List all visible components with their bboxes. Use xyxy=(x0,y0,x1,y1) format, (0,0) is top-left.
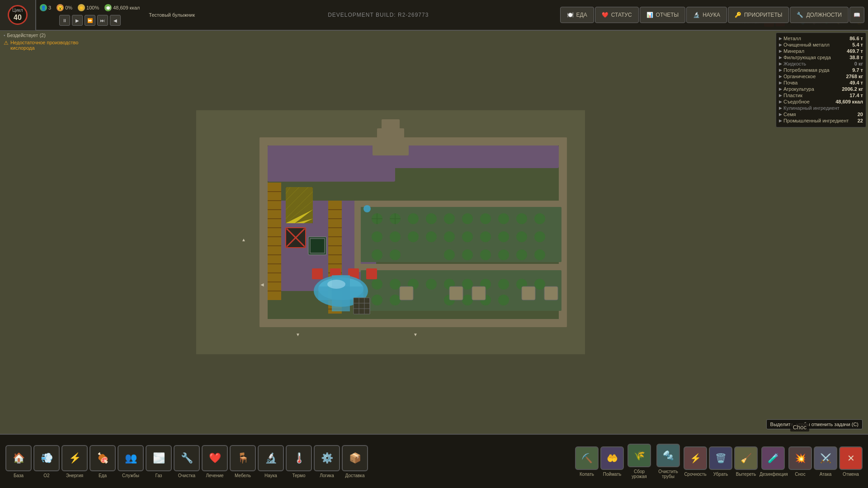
resource-item[interactable]: ▶ Почва 49.4 т xyxy=(779,80,863,85)
action-tool-icon[interactable]: 🔩 xyxy=(656,444,680,467)
nav-status[interactable]: ❤️ СТАТУС xyxy=(595,7,639,23)
nav-food[interactable]: 🍽️ ЕДА xyxy=(560,7,594,23)
build-tool-icon[interactable]: 🌡️ xyxy=(286,445,312,471)
action-tool-icon[interactable]: 🤲 xyxy=(600,446,624,470)
action-tool-2[interactable]: 🌾 Сбор урожая xyxy=(626,444,653,479)
action-tool-3[interactable]: 🔩 Очистить трубы xyxy=(655,444,682,479)
skip-button[interactable]: ⏭ xyxy=(97,15,108,26)
action-tool-5[interactable]: 🗑️ Убрать xyxy=(709,446,732,477)
build-tool-icon[interactable]: 🍖 xyxy=(90,445,116,471)
resource-item[interactable]: ▶ Органическое 2768 кг xyxy=(779,74,863,79)
resource-item[interactable]: ▶ Потребляемая руда 9.7 т xyxy=(779,67,863,73)
resource-value: 0 кг xyxy=(854,61,863,66)
people-icon: 👤 xyxy=(40,4,47,11)
resource-value: 17.4 т xyxy=(849,93,863,98)
resource-item[interactable]: ▶ Агрокультура 2006.2 кг xyxy=(779,86,863,92)
action-tool-8[interactable]: 💥 Снос xyxy=(788,446,812,477)
action-tool-icon[interactable]: ⛏️ xyxy=(575,446,599,470)
resource-item[interactable]: ▶ Семя 20 xyxy=(779,112,863,117)
svg-point-19 xyxy=(408,213,419,224)
svg-rect-15 xyxy=(354,201,361,272)
cycle-number: 40 xyxy=(14,13,22,22)
colony-name: Тестовый булыжник xyxy=(143,12,200,18)
action-tool-icon[interactable]: 🗑️ xyxy=(709,446,732,470)
action-tool-4[interactable]: ⚡ Срочность xyxy=(684,446,707,477)
svg-point-57 xyxy=(498,279,509,290)
svg-point-37 xyxy=(372,249,382,260)
build-tool-icon[interactable]: 🔬 xyxy=(258,445,284,471)
build-tool-icon[interactable]: ❤️ xyxy=(202,445,228,471)
action-tool-icon[interactable]: ⚔️ xyxy=(814,446,837,470)
resource-item[interactable]: ▶ Металл 86.6 т xyxy=(779,36,863,41)
resource-item[interactable]: ▶ Очищенный металл 5.4 т xyxy=(779,42,863,47)
resource-name: ▶ Потребляемая руда xyxy=(779,67,830,73)
action-tool-7[interactable]: 🧪 Дезинфекция xyxy=(760,446,787,477)
action-tool-icon[interactable]: 💥 xyxy=(788,446,812,470)
nav-book[interactable]: 📖 xyxy=(849,7,864,23)
build-tool-icon[interactable]: 🏠 xyxy=(5,445,32,471)
action-tool-icon[interactable]: 🧪 xyxy=(761,446,785,470)
notif-warning[interactable]: ⚠ Недостаточное производство кислорода xyxy=(4,40,103,51)
action-tool-icon[interactable]: ⚡ xyxy=(684,446,707,470)
action-tool-icon[interactable]: 🧹 xyxy=(734,446,758,470)
resource-item[interactable]: ▶ Жидкость 0 кг xyxy=(779,61,863,66)
build-tool-газ[interactable]: 🌫️ Газ xyxy=(146,445,172,478)
build-tool-icon[interactable]: 🔧 xyxy=(174,445,200,471)
resource-name: ▶ Минерал xyxy=(779,48,804,54)
svg-point-60 xyxy=(372,295,382,305)
svg-point-53 xyxy=(426,279,437,290)
action-tool-0[interactable]: ⛏️ Копать xyxy=(575,446,599,477)
action-tool-9[interactable]: ⚔️ Атака xyxy=(814,446,837,477)
build-tool-icon[interactable]: 🌫️ xyxy=(146,445,172,471)
nav-duties[interactable]: 🔧 ДОЛЖНОСТИ xyxy=(790,7,849,23)
svg-text:◄: ◄ xyxy=(259,282,265,288)
fast-forward-button[interactable]: ⏩ xyxy=(85,15,95,26)
map-canvas[interactable]: ◄ ▲ ▼ ▼ xyxy=(0,31,868,434)
build-tool-доставка[interactable]: 📦 Доставка xyxy=(342,445,368,478)
build-tool-наука[interactable]: 🔬 Наука xyxy=(258,445,284,478)
action-tool-icon[interactable]: ✕ xyxy=(839,446,863,470)
resource-item[interactable]: ▶ Пластик 17.4 т xyxy=(779,93,863,98)
svg-text:▼: ▼ xyxy=(296,332,300,337)
action-tool-10[interactable]: ✕ Отмена xyxy=(839,446,863,477)
build-tool-службы[interactable]: 👥 Службы xyxy=(118,445,144,478)
nav-science[interactable]: 🔬 НАУКА xyxy=(686,7,727,23)
svg-point-30 xyxy=(426,231,437,242)
build-tool-логика[interactable]: ⚙️ Логика xyxy=(314,445,340,478)
action-tool-6[interactable]: 🧹 Вытереть xyxy=(734,446,758,477)
build-tool-термо[interactable]: 🌡️ Термо xyxy=(286,445,312,478)
resource-name: ▶ Почва xyxy=(779,80,797,85)
play-button[interactable]: ▶ xyxy=(72,15,83,26)
science-nav-icon: 🔬 xyxy=(693,12,700,18)
build-tool-мебель[interactable]: 🪑 Мебель xyxy=(230,445,256,478)
build-tool-база[interactable]: 🏠 База xyxy=(5,445,32,478)
pause-button[interactable]: ⏸ xyxy=(59,15,70,26)
resource-name: ▶ Кулинарный ингредиент xyxy=(779,105,840,111)
build-tool-icon[interactable]: 📦 xyxy=(342,445,368,471)
settings-button[interactable]: ◀ xyxy=(110,15,121,26)
status-nav-icon: ❤️ xyxy=(602,12,609,18)
build-tool-энергия[interactable]: ⚡ Энергия xyxy=(61,445,88,478)
game-world[interactable]: ◄ ▲ ▼ ▼ xyxy=(0,31,868,434)
build-tool-лечение[interactable]: ❤️ Лечение xyxy=(202,445,228,478)
action-tools: ⛏️ Копать 🤲 Поймать 🌾 Сбор урожая 🔩 Очис… xyxy=(570,444,868,479)
svg-rect-123 xyxy=(472,286,486,300)
svg-rect-121 xyxy=(400,286,413,300)
build-tool-icon[interactable]: 💨 xyxy=(33,445,60,471)
resource-item[interactable]: ▶ Фильтрующая среда 38.8 т xyxy=(779,55,863,60)
build-tool-icon[interactable]: ⚡ xyxy=(61,445,88,471)
build-tool-еда[interactable]: 🍖 Еда xyxy=(90,445,116,478)
nav-reports[interactable]: 📊 ОТЧЕТЫ xyxy=(640,7,686,23)
build-tool-очистка[interactable]: 🔧 Очистка xyxy=(174,445,200,478)
build-tool-o2[interactable]: 💨 O2 xyxy=(33,445,60,478)
build-tool-icon[interactable]: ⚙️ xyxy=(314,445,340,471)
nav-priorities[interactable]: 🔑 ПРИОРИТЕТЫ xyxy=(728,7,789,23)
resource-item[interactable]: ▶ Съедобное 48,609 ккал xyxy=(779,99,863,104)
resource-item[interactable]: ▶ Промышленный ингредиент 22 xyxy=(779,118,863,123)
resource-item[interactable]: ▶ Кулинарный ингредиент xyxy=(779,105,863,111)
build-tool-icon[interactable]: 🪑 xyxy=(230,445,256,471)
action-tool-1[interactable]: 🤲 Поймать xyxy=(600,446,624,477)
resource-item[interactable]: ▶ Минерал 469.7 т xyxy=(779,48,863,54)
action-tool-icon[interactable]: 🌾 xyxy=(627,444,651,467)
build-tool-icon[interactable]: 👥 xyxy=(118,445,144,471)
